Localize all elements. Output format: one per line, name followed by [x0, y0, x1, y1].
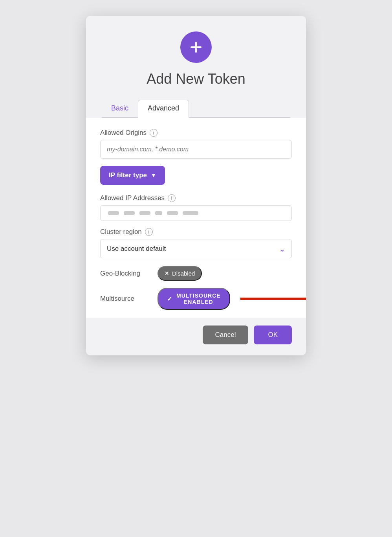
ok-button[interactable]: OK [254, 326, 292, 344]
dialog-header: Add New Token Basic Advanced [86, 16, 306, 118]
allowed-ip-label: Allowed IP Addresses i [100, 194, 292, 202]
ip-filter-type-button[interactable]: IP filter type ▼ [100, 166, 165, 185]
multisource-badge-label: MULTISOURCE ENABLED [176, 292, 221, 305]
dialog-body: Allowed Origins i IP filter type ▼ Allow… [86, 118, 306, 318]
cluster-region-select[interactable]: Use account default US East EU West Asia… [100, 239, 292, 258]
arrow-line [240, 298, 306, 300]
cluster-region-info-icon[interactable]: i [145, 228, 153, 236]
allowed-ip-input[interactable] [100, 205, 292, 221]
blur-placeholder-4 [155, 211, 162, 215]
tabs-container: Basic Advanced [102, 100, 290, 118]
cluster-region-select-wrapper: Use account default US East EU West Asia… [100, 239, 292, 258]
geo-blocking-badge-label: Disabled [172, 270, 195, 277]
cancel-button[interactable]: Cancel [203, 326, 249, 344]
multisource-label: Multisource [100, 295, 151, 303]
cluster-region-label: Cluster region i [100, 228, 292, 236]
x-icon: ✕ [165, 270, 169, 276]
ip-filter-label: IP filter type [109, 171, 147, 179]
dialog-footer: Cancel OK [86, 318, 306, 355]
allowed-origins-input[interactable] [100, 140, 292, 159]
multisource-badge[interactable]: ✓ MULTISOURCE ENABLED [158, 288, 230, 310]
allowed-origins-label: Allowed Origins i [100, 129, 292, 137]
geo-blocking-label: Geo-Blocking [100, 270, 151, 278]
dialog-title: Add New Token [147, 71, 245, 87]
blur-placeholder-1 [108, 211, 119, 215]
check-icon: ✓ [167, 295, 172, 303]
blur-placeholder-2 [124, 211, 135, 215]
blur-placeholder-3 [139, 211, 150, 215]
geo-blocking-row: Geo-Blocking ✕ Disabled [100, 266, 292, 281]
add-token-dialog: Add New Token Basic Advanced Allowed Ori… [86, 16, 306, 355]
allowed-origins-info-icon[interactable]: i [150, 129, 158, 137]
allowed-ip-info-icon[interactable]: i [168, 194, 176, 202]
blur-placeholder-5 [167, 211, 178, 215]
multisource-row: Multisource ✓ MULTISOURCE ENABLED [100, 288, 292, 310]
tab-advanced[interactable]: Advanced [138, 100, 189, 118]
blur-placeholder-6 [183, 211, 198, 215]
annotation-arrow [240, 290, 306, 307]
add-icon-circle [180, 31, 212, 63]
geo-blocking-badge[interactable]: ✕ Disabled [158, 266, 202, 281]
chevron-down-icon: ▼ [151, 172, 156, 178]
tab-basic[interactable]: Basic [102, 100, 138, 117]
